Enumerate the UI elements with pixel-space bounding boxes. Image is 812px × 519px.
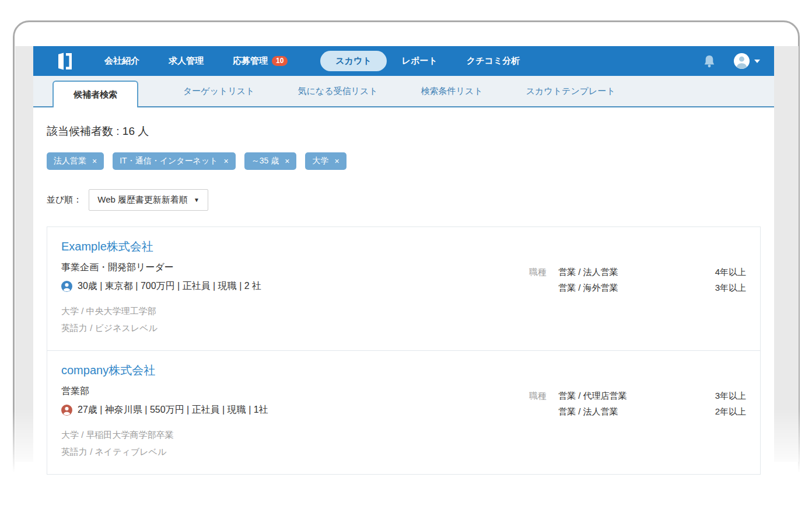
nav-label: 応募管理	[233, 55, 268, 67]
search-results-content: 該当候補者数 : 16 人 法人営業 × IT・通信・インターネット × ～35…	[33, 107, 774, 498]
remove-filter-icon[interactable]: ×	[334, 156, 339, 166]
candidate-count-heading: 該当候補者数 : 16 人	[47, 124, 761, 139]
candidate-info-text: 27歳 | 神奈川県 | 550万円 | 正社員 | 現職 | 1社	[78, 404, 268, 416]
candidate-english-level: 英語力 / ビジネスレベル	[61, 319, 529, 336]
frame-gutter-right	[774, 46, 799, 462]
tab-label: 検索条件リスト	[421, 86, 483, 96]
app-window: 会社紹介 求人管理 応募管理 10 スカウト レポート クチコミ分析	[33, 46, 774, 498]
requirement-row: 営業 / 法人営業 2年以上	[558, 403, 746, 419]
nav-item-application-management[interactable]: 応募管理 10	[233, 55, 288, 67]
chip-label: 大学	[312, 156, 328, 166]
frame-gutter-left	[15, 46, 33, 462]
requirement-row: 営業 / 海外営業 3年以上	[558, 280, 746, 295]
tab-label: ターゲットリスト	[183, 86, 254, 96]
chip-label: ～35 歳	[251, 156, 279, 166]
candidate-info-text: 30歳 | 東京都 | 700万円 | 正社員 | 現職 | 2 社	[78, 280, 261, 292]
sort-selected-value: Web 履歴書更新新着順	[97, 194, 188, 205]
chip-label: 法人営業	[54, 156, 86, 166]
requirement-name: 営業 / 代理店営業	[558, 388, 627, 403]
company-name-link[interactable]: company株式会社	[61, 363, 529, 378]
requirement-years: 4年以上	[715, 264, 746, 280]
requirement-years: 3年以上	[715, 280, 746, 295]
company-name-link[interactable]: Example株式会社	[61, 239, 529, 255]
nav-label: レポート	[402, 55, 438, 67]
filter-chip-age-under-35[interactable]: ～35 歳 ×	[244, 152, 297, 170]
tab-candidate-search[interactable]: 候補者検索	[52, 81, 138, 107]
requirement-years: 2年以上	[715, 403, 746, 419]
female-person-icon	[61, 405, 72, 416]
top-navigation-bar: 会社紹介 求人管理 応募管理 10 スカウト レポート クチコミ分析	[33, 46, 774, 76]
remove-filter-icon[interactable]: ×	[92, 156, 97, 166]
tab-label: 候補者検索	[74, 89, 117, 100]
requirement-name: 営業 / 海外営業	[558, 280, 618, 295]
nav-item-scout-active[interactable]: スカウト	[320, 51, 386, 71]
requirement-years: 3年以上	[715, 388, 746, 403]
nav-item-review-analysis[interactable]: クチコミ分析	[467, 55, 520, 67]
requirement-row: 営業 / 代理店営業 3年以上	[558, 388, 746, 403]
nav-label: 求人管理	[169, 55, 204, 67]
application-count-badge: 10	[272, 56, 288, 66]
sort-label: 並び順：	[47, 194, 82, 205]
candidate-job-title: 営業部	[61, 385, 529, 398]
remove-filter-icon[interactable]: ×	[285, 156, 289, 166]
requirement-rows: 営業 / 代理店営業 3年以上 営業 / 法人営業 2年以上	[558, 388, 746, 460]
tab-label: 気になる受信リスト	[298, 86, 377, 96]
tab-target-list[interactable]: ターゲットリスト	[162, 86, 276, 97]
candidate-info-row: 27歳 | 神奈川県 | 550万円 | 正社員 | 現職 | 1社	[61, 404, 529, 416]
candidate-card-list: Example株式会社 事業企画・開発部リーダー 30歳 | 東京都 | 700…	[47, 227, 761, 475]
requirement-label: 職種	[529, 388, 547, 460]
nav-item-company-profile[interactable]: 会社紹介	[104, 55, 139, 67]
nav-label: クチコミ分析	[467, 55, 520, 67]
nav-item-job-management[interactable]: 求人管理	[169, 55, 204, 67]
requirement-name: 営業 / 法人営業	[558, 403, 618, 419]
account-menu[interactable]	[734, 53, 760, 69]
bell-icon[interactable]	[704, 55, 715, 68]
male-person-icon	[61, 281, 72, 292]
tab-scout-template[interactable]: スカウトテンプレート	[505, 86, 637, 97]
openwork-logo-icon[interactable]	[57, 53, 74, 70]
tab-label: スカウトテンプレート	[526, 86, 615, 96]
candidate-card[interactable]: company株式会社 営業部 27歳 | 神奈川県 | 550万円 | 正社員…	[47, 350, 760, 474]
nav-item-report[interactable]: レポート	[402, 55, 438, 67]
candidate-english-level: 英語力 / ネイティブレベル	[61, 443, 529, 460]
scout-tab-bar: 候補者検索 ターゲットリスト 気になる受信リスト 検索条件リスト スカウトテンプ…	[33, 76, 774, 107]
requirement-row: 営業 / 法人営業 4年以上	[558, 264, 746, 280]
filter-chip-university[interactable]: 大学 ×	[305, 152, 346, 170]
requirement-rows: 営業 / 法人営業 4年以上 営業 / 海外営業 3年以上	[558, 264, 746, 336]
remove-filter-icon[interactable]: ×	[224, 156, 229, 166]
candidate-summary: Example株式会社 事業企画・開発部リーダー 30歳 | 東京都 | 700…	[61, 239, 529, 336]
chevron-down-icon: ▼	[194, 197, 200, 203]
sort-order-select[interactable]: Web 履歴書更新新着順 ▼	[89, 189, 208, 211]
filter-chip-row: 法人営業 × IT・通信・インターネット × ～35 歳 × 大学 ×	[47, 152, 761, 170]
requirement-name: 営業 / 法人営業	[558, 264, 618, 280]
filter-chip-it-internet[interactable]: IT・通信・インターネット ×	[113, 152, 236, 170]
sort-row: 並び順： Web 履歴書更新新着順 ▼	[47, 189, 761, 211]
requirement-label: 職種	[529, 264, 547, 336]
filter-chip-corporate-sales[interactable]: 法人営業 ×	[47, 152, 104, 170]
tab-interested-inbox-list[interactable]: 気になる受信リスト	[276, 86, 399, 97]
candidate-info-row: 30歳 | 東京都 | 700万円 | 正社員 | 現職 | 2 社	[61, 280, 529, 292]
candidate-education: 大学 / 早稲田大学商学部卒業	[61, 426, 529, 443]
user-avatar-icon	[734, 53, 750, 69]
chevron-down-icon	[754, 60, 760, 63]
nav-label: 会社紹介	[104, 55, 139, 67]
candidate-summary: company株式会社 営業部 27歳 | 神奈川県 | 550万円 | 正社員…	[61, 363, 529, 460]
nav-label: スカウト	[335, 55, 371, 67]
candidate-education: 大学 / 中央大学理工学部	[61, 302, 529, 319]
candidate-job-title: 事業企画・開発部リーダー	[61, 262, 529, 274]
chip-label: IT・通信・インターネット	[120, 156, 218, 166]
job-requirements: 職種 営業 / 法人営業 4年以上 営業 / 海外営業 3年以上	[529, 239, 746, 336]
screenshot-stage: 会社紹介 求人管理 応募管理 10 スカウト レポート クチコミ分析	[0, 0, 812, 519]
tab-search-condition-list[interactable]: 検索条件リスト	[400, 86, 505, 97]
job-requirements: 職種 営業 / 代理店営業 3年以上 営業 / 法人営業 2年以上	[529, 363, 746, 460]
candidate-card[interactable]: Example株式会社 事業企画・開発部リーダー 30歳 | 東京都 | 700…	[47, 227, 760, 350]
